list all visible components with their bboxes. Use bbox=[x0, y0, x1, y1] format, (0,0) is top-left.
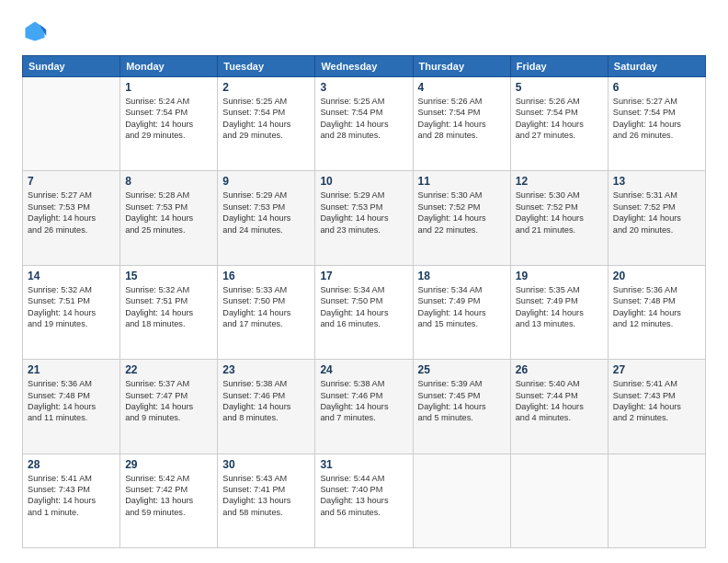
day-cell: 14Sunrise: 5:32 AMSunset: 7:51 PMDayligh… bbox=[23, 265, 120, 359]
day-number: 8 bbox=[125, 175, 212, 188]
day-number: 15 bbox=[125, 270, 212, 282]
day-info: Sunrise: 5:42 AMSunset: 7:42 PMDaylight:… bbox=[125, 473, 212, 519]
day-number: 2 bbox=[222, 81, 310, 94]
week-row-5: 28Sunrise: 5:41 AMSunset: 7:43 PMDayligh… bbox=[23, 454, 706, 547]
day-number: 21 bbox=[28, 363, 115, 376]
col-header-tuesday: Tuesday bbox=[218, 56, 315, 77]
day-number: 7 bbox=[28, 175, 115, 188]
day-number: 29 bbox=[125, 458, 212, 471]
day-cell: 28Sunrise: 5:41 AMSunset: 7:43 PMDayligh… bbox=[23, 454, 120, 547]
day-number: 24 bbox=[320, 363, 407, 376]
day-info: Sunrise: 5:34 AMSunset: 7:50 PMDaylight:… bbox=[320, 284, 407, 330]
day-number: 1 bbox=[125, 81, 212, 94]
day-number: 6 bbox=[613, 81, 700, 94]
day-info: Sunrise: 5:37 AMSunset: 7:47 PMDaylight:… bbox=[125, 378, 212, 424]
day-number: 27 bbox=[613, 363, 700, 376]
day-cell bbox=[413, 454, 510, 547]
day-info: Sunrise: 5:27 AMSunset: 7:54 PMDaylight:… bbox=[613, 96, 700, 142]
day-info: Sunrise: 5:41 AMSunset: 7:43 PMDaylight:… bbox=[613, 378, 700, 424]
day-cell bbox=[23, 77, 120, 171]
col-header-thursday: Thursday bbox=[413, 56, 510, 77]
day-info: Sunrise: 5:29 AMSunset: 7:53 PMDaylight:… bbox=[320, 190, 407, 236]
logo bbox=[22, 18, 51, 44]
day-cell: 20Sunrise: 5:36 AMSunset: 7:48 PMDayligh… bbox=[608, 265, 705, 359]
day-info: Sunrise: 5:30 AMSunset: 7:52 PMDaylight:… bbox=[418, 190, 506, 236]
day-cell: 13Sunrise: 5:31 AMSunset: 7:52 PMDayligh… bbox=[608, 171, 705, 265]
day-cell: 17Sunrise: 5:34 AMSunset: 7:50 PMDayligh… bbox=[315, 265, 413, 359]
day-cell: 1Sunrise: 5:24 AMSunset: 7:54 PMDaylight… bbox=[120, 77, 218, 171]
page: SundayMondayTuesdayWednesdayThursdayFrid… bbox=[0, 0, 728, 563]
day-cell bbox=[608, 454, 705, 547]
col-header-sunday: Sunday bbox=[23, 56, 120, 77]
col-header-monday: Monday bbox=[120, 56, 218, 77]
header bbox=[22, 18, 706, 44]
day-cell: 8Sunrise: 5:28 AMSunset: 7:53 PMDaylight… bbox=[120, 171, 218, 265]
day-number: 13 bbox=[613, 175, 700, 188]
day-cell: 29Sunrise: 5:42 AMSunset: 7:42 PMDayligh… bbox=[120, 454, 218, 547]
day-number: 12 bbox=[516, 175, 603, 188]
day-number: 16 bbox=[222, 270, 310, 282]
day-number: 26 bbox=[516, 363, 603, 376]
day-info: Sunrise: 5:26 AMSunset: 7:54 PMDaylight:… bbox=[418, 96, 506, 142]
day-number: 17 bbox=[320, 270, 407, 282]
day-cell: 31Sunrise: 5:44 AMSunset: 7:40 PMDayligh… bbox=[315, 454, 413, 547]
day-cell: 7Sunrise: 5:27 AMSunset: 7:53 PMDaylight… bbox=[23, 171, 120, 265]
day-cell: 30Sunrise: 5:43 AMSunset: 7:41 PMDayligh… bbox=[218, 454, 315, 547]
svg-marker-0 bbox=[26, 22, 45, 41]
day-info: Sunrise: 5:33 AMSunset: 7:50 PMDaylight:… bbox=[222, 284, 310, 330]
day-cell: 15Sunrise: 5:32 AMSunset: 7:51 PMDayligh… bbox=[120, 265, 218, 359]
logo-icon bbox=[22, 18, 48, 44]
week-row-2: 7Sunrise: 5:27 AMSunset: 7:53 PMDaylight… bbox=[23, 171, 706, 265]
day-number: 9 bbox=[222, 175, 310, 188]
day-number: 20 bbox=[613, 270, 700, 282]
day-info: Sunrise: 5:29 AMSunset: 7:53 PMDaylight:… bbox=[222, 190, 310, 236]
day-info: Sunrise: 5:32 AMSunset: 7:51 PMDaylight:… bbox=[28, 284, 115, 330]
day-cell: 12Sunrise: 5:30 AMSunset: 7:52 PMDayligh… bbox=[510, 171, 608, 265]
day-cell: 23Sunrise: 5:38 AMSunset: 7:46 PMDayligh… bbox=[218, 360, 315, 454]
day-cell: 11Sunrise: 5:30 AMSunset: 7:52 PMDayligh… bbox=[413, 171, 510, 265]
day-info: Sunrise: 5:44 AMSunset: 7:40 PMDaylight:… bbox=[320, 473, 407, 519]
day-cell: 3Sunrise: 5:25 AMSunset: 7:54 PMDaylight… bbox=[315, 77, 413, 171]
day-number: 3 bbox=[320, 81, 407, 94]
col-header-friday: Friday bbox=[510, 56, 608, 77]
week-row-1: 1Sunrise: 5:24 AMSunset: 7:54 PMDaylight… bbox=[23, 77, 706, 171]
day-cell bbox=[510, 454, 608, 547]
day-info: Sunrise: 5:40 AMSunset: 7:44 PMDaylight:… bbox=[516, 378, 603, 424]
day-cell: 2Sunrise: 5:25 AMSunset: 7:54 PMDaylight… bbox=[218, 77, 315, 171]
day-number: 28 bbox=[28, 458, 115, 471]
day-number: 25 bbox=[418, 363, 506, 376]
day-cell: 6Sunrise: 5:27 AMSunset: 7:54 PMDaylight… bbox=[608, 77, 705, 171]
day-number: 30 bbox=[222, 458, 310, 471]
day-info: Sunrise: 5:36 AMSunset: 7:48 PMDaylight:… bbox=[28, 378, 115, 424]
day-number: 14 bbox=[28, 270, 115, 282]
week-row-3: 14Sunrise: 5:32 AMSunset: 7:51 PMDayligh… bbox=[23, 265, 706, 359]
day-info: Sunrise: 5:26 AMSunset: 7:54 PMDaylight:… bbox=[516, 96, 603, 142]
day-cell: 24Sunrise: 5:38 AMSunset: 7:46 PMDayligh… bbox=[315, 360, 413, 454]
day-info: Sunrise: 5:35 AMSunset: 7:49 PMDaylight:… bbox=[516, 284, 603, 330]
day-info: Sunrise: 5:24 AMSunset: 7:54 PMDaylight:… bbox=[125, 96, 212, 142]
day-cell: 5Sunrise: 5:26 AMSunset: 7:54 PMDaylight… bbox=[510, 77, 608, 171]
day-info: Sunrise: 5:39 AMSunset: 7:45 PMDaylight:… bbox=[418, 378, 506, 424]
day-cell: 26Sunrise: 5:40 AMSunset: 7:44 PMDayligh… bbox=[510, 360, 608, 454]
day-info: Sunrise: 5:27 AMSunset: 7:53 PMDaylight:… bbox=[28, 190, 115, 236]
calendar-body: 1Sunrise: 5:24 AMSunset: 7:54 PMDaylight… bbox=[23, 77, 706, 548]
day-number: 22 bbox=[125, 363, 212, 376]
day-number: 19 bbox=[516, 270, 603, 282]
day-info: Sunrise: 5:32 AMSunset: 7:51 PMDaylight:… bbox=[125, 284, 212, 330]
calendar-header: SundayMondayTuesdayWednesdayThursdayFrid… bbox=[23, 56, 706, 77]
header-row: SundayMondayTuesdayWednesdayThursdayFrid… bbox=[23, 56, 706, 77]
day-cell: 9Sunrise: 5:29 AMSunset: 7:53 PMDaylight… bbox=[218, 171, 315, 265]
day-info: Sunrise: 5:41 AMSunset: 7:43 PMDaylight:… bbox=[28, 473, 115, 519]
day-cell: 22Sunrise: 5:37 AMSunset: 7:47 PMDayligh… bbox=[120, 360, 218, 454]
day-cell: 25Sunrise: 5:39 AMSunset: 7:45 PMDayligh… bbox=[413, 360, 510, 454]
day-number: 31 bbox=[320, 458, 407, 471]
day-info: Sunrise: 5:31 AMSunset: 7:52 PMDaylight:… bbox=[613, 190, 700, 236]
day-number: 18 bbox=[418, 270, 506, 282]
week-row-4: 21Sunrise: 5:36 AMSunset: 7:48 PMDayligh… bbox=[23, 360, 706, 454]
day-number: 4 bbox=[418, 81, 506, 94]
day-cell: 19Sunrise: 5:35 AMSunset: 7:49 PMDayligh… bbox=[510, 265, 608, 359]
day-info: Sunrise: 5:43 AMSunset: 7:41 PMDaylight:… bbox=[222, 473, 310, 519]
day-cell: 4Sunrise: 5:26 AMSunset: 7:54 PMDaylight… bbox=[413, 77, 510, 171]
day-info: Sunrise: 5:25 AMSunset: 7:54 PMDaylight:… bbox=[222, 96, 310, 142]
day-info: Sunrise: 5:38 AMSunset: 7:46 PMDaylight:… bbox=[222, 378, 310, 424]
